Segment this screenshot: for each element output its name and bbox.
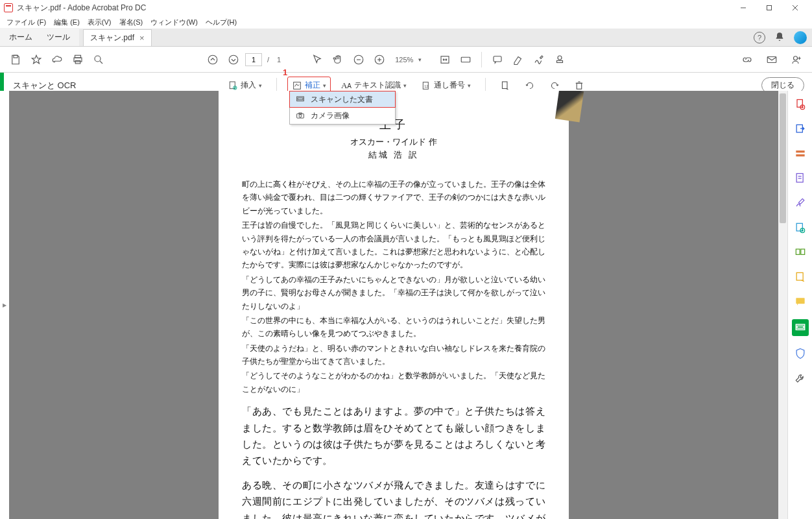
svg-rect-33 bbox=[294, 82, 301, 89]
zoom-in-button[interactable] bbox=[370, 51, 388, 69]
cloud-button[interactable] bbox=[48, 51, 66, 69]
annotation-1: 1 bbox=[283, 67, 287, 77]
tab-row: ホーム ツール スキャン.pdf × ? bbox=[0, 29, 812, 47]
rail-more-tools[interactable] bbox=[793, 371, 807, 385]
svg-rect-24 bbox=[557, 60, 563, 62]
titlebar: スキャン.pdf - Adobe Acrobat Pro DC bbox=[0, 0, 812, 16]
svg-rect-18 bbox=[462, 57, 471, 62]
tab-document-label: スキャン.pdf bbox=[90, 32, 134, 43]
bates-label: 通し番号 bbox=[434, 80, 465, 91]
paragraph: 「ああ、でも見たことはありますよ。夢の中で」と子供たちは答えました。すると数学教… bbox=[242, 404, 545, 470]
tab-tools[interactable]: ツール bbox=[47, 32, 70, 43]
svg-point-10 bbox=[208, 55, 217, 64]
highlight-button[interactable] bbox=[509, 51, 527, 69]
page-area[interactable]: 王子 オスカー・ワイルド 作 結城 浩 訳 町の上に高く柱がそびえ、その上に幸福… bbox=[9, 91, 778, 519]
page-number-input[interactable] bbox=[245, 53, 262, 66]
scrollbar-thumb[interactable] bbox=[780, 93, 786, 223]
print-button[interactable] bbox=[69, 51, 87, 69]
rail-send[interactable] bbox=[793, 270, 807, 284]
tab-close-icon[interactable]: × bbox=[139, 33, 145, 43]
sign-button[interactable] bbox=[530, 51, 548, 69]
pdf-page: 王子 オスカー・ワイルド 作 結城 浩 訳 町の上に高く柱がそびえ、その上に幸福… bbox=[219, 91, 569, 519]
correct-dropdown: スキャンした文書 カメラ画像 bbox=[289, 91, 396, 125]
menu-window[interactable]: ウィンドウ(W) bbox=[150, 18, 198, 27]
svg-point-11 bbox=[229, 55, 238, 64]
menu-help[interactable]: ヘルプ(H) bbox=[206, 18, 237, 27]
svg-rect-50 bbox=[796, 223, 802, 231]
rail-scan-ocr[interactable] bbox=[792, 319, 809, 336]
tab-document[interactable]: スキャン.pdf × bbox=[83, 29, 152, 46]
paragraph: 「どうしてそのようなことがわかるのかね」と数学教師がいいました。「天使など見たこ… bbox=[242, 369, 545, 396]
svg-rect-25 bbox=[767, 56, 776, 62]
rail-redact[interactable] bbox=[793, 147, 807, 161]
main-toolbar: / 1 125% ▾ bbox=[0, 47, 812, 73]
page-sep: / bbox=[267, 56, 269, 64]
close-button[interactable] bbox=[782, 0, 808, 16]
help-icon[interactable]: ? bbox=[754, 32, 765, 43]
rail-comment[interactable] bbox=[793, 295, 807, 309]
dropdown-item-scanned-doc[interactable]: スキャンした文書 bbox=[289, 91, 396, 108]
page-corner-artifact bbox=[555, 91, 584, 122]
vertical-scrollbar[interactable] bbox=[778, 91, 787, 519]
menu-view[interactable]: 表示(V) bbox=[88, 18, 112, 27]
zoom-caret-icon[interactable]: ▾ bbox=[418, 56, 422, 63]
maximize-button[interactable] bbox=[756, 0, 782, 16]
email-button[interactable] bbox=[763, 51, 781, 69]
comment-button[interactable] bbox=[488, 51, 507, 69]
dropdown-item-label: スキャンした文書 bbox=[311, 94, 373, 105]
svg-rect-61 bbox=[298, 98, 303, 100]
hand-tool[interactable] bbox=[329, 51, 347, 69]
insert-label: 挿入 bbox=[241, 80, 256, 91]
svg-rect-40 bbox=[797, 100, 802, 108]
tab-home[interactable]: ホーム bbox=[9, 32, 32, 43]
doc-author: オスカー・ワイルド 作 bbox=[242, 136, 545, 148]
svg-point-23 bbox=[558, 56, 562, 60]
dropdown-item-label: カメラ画像 bbox=[311, 110, 350, 121]
star-button[interactable] bbox=[27, 51, 45, 69]
save-button[interactable] bbox=[6, 51, 25, 69]
svg-rect-59 bbox=[797, 326, 804, 328]
minimize-button[interactable] bbox=[730, 0, 756, 16]
left-panel-toggle[interactable] bbox=[0, 91, 9, 519]
rail-organize[interactable] bbox=[793, 221, 807, 235]
link-button[interactable] bbox=[738, 51, 756, 69]
stamp-button[interactable] bbox=[551, 51, 569, 69]
svg-rect-7 bbox=[75, 60, 80, 64]
svg-rect-45 bbox=[796, 151, 804, 152]
rail-fill-sign[interactable] bbox=[793, 196, 807, 210]
zoom-out-button[interactable] bbox=[350, 51, 368, 69]
doc-translator: 結城 浩 訳 bbox=[242, 149, 545, 161]
notifications-icon[interactable] bbox=[774, 32, 785, 44]
rail-edit-pdf[interactable] bbox=[793, 171, 807, 186]
svg-rect-54 bbox=[796, 249, 800, 254]
rail-export-pdf[interactable] bbox=[793, 122, 807, 136]
menu-sign[interactable]: 署名(S) bbox=[119, 18, 143, 27]
keyboard-button[interactable] bbox=[457, 51, 475, 69]
page-total: 1 bbox=[277, 56, 281, 64]
ocr-label: テキスト認識 bbox=[354, 80, 401, 91]
page-down-button[interactable] bbox=[224, 51, 243, 69]
search-button[interactable] bbox=[90, 51, 108, 69]
fit-width-button[interactable] bbox=[436, 51, 454, 69]
workspace: 王子 オスカー・ワイルド 作 結城 浩 訳 町の上に高く柱がそびえ、その上に幸福… bbox=[0, 91, 812, 519]
rail-create-pdf[interactable] bbox=[793, 97, 807, 112]
rail-combine[interactable] bbox=[793, 245, 807, 260]
paragraph: 「天使のようだね」と、明るい赤のマントときれいな白い袖なしドレスを来た養育院の子… bbox=[242, 342, 545, 368]
acrobat-icon bbox=[4, 3, 13, 12]
paragraph: 町の上に高く柱がそびえ、その上に幸福の王子の像が立っていました。王子の像は全体を… bbox=[242, 178, 545, 217]
svg-line-9 bbox=[100, 61, 102, 64]
page-up-button[interactable] bbox=[204, 51, 222, 69]
dropdown-item-camera-image[interactable]: カメラ画像 bbox=[290, 107, 395, 124]
share-button[interactable] bbox=[787, 51, 806, 69]
paragraph: ある晩、その町に小さなツバメが飛んできました。友達らはすでに六週間前にエジプトに… bbox=[242, 477, 545, 519]
menubar: ファイル (F) 編集 (E) 表示(V) 署名(S) ウィンドウ(W) ヘルプ… bbox=[0, 16, 812, 29]
rail-protect[interactable] bbox=[793, 346, 807, 361]
caret-icon: ▾ bbox=[468, 82, 471, 89]
avatar[interactable] bbox=[794, 31, 807, 44]
svg-rect-37 bbox=[577, 83, 582, 89]
svg-rect-46 bbox=[796, 154, 804, 156]
scan-ocr-title: スキャンと OCR bbox=[4, 80, 86, 91]
menu-file[interactable]: ファイル (F) bbox=[6, 18, 46, 27]
menu-edit[interactable]: 編集 (E) bbox=[54, 18, 80, 27]
select-tool[interactable] bbox=[308, 51, 326, 69]
